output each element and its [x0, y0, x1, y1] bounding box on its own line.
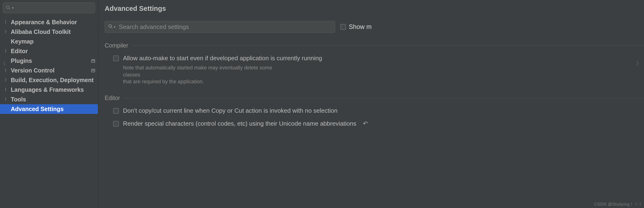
sidebar-item-plugins[interactable]: Plugins — [0, 56, 98, 66]
sidebar-item-label: Appearance & Behavior — [11, 19, 95, 26]
chevron-down-icon: ▾ — [12, 6, 14, 10]
sidebar-item-label: Tools — [11, 96, 95, 103]
sidebar-search-field[interactable]: ▾ — [3, 2, 95, 13]
checkbox-dont-copy-cut[interactable] — [113, 108, 119, 114]
chevron-right-icon[interactable]: 〉 — [5, 29, 11, 34]
sidebar-item-editor[interactable]: 〉Editor — [0, 46, 98, 56]
sidebar-item-label: Plugins — [11, 57, 90, 64]
option-label: Don't copy/cut current line when Copy or… — [123, 107, 338, 114]
sidebar-item-label: Build, Execution, Deployment — [11, 77, 95, 83]
section-title-editor: Editor — [105, 94, 120, 101]
sidebar-item-tools[interactable]: 〉Tools — [0, 94, 98, 104]
project-settings-icon — [91, 59, 95, 63]
option-allow-auto-make[interactable]: Allow auto-make to start even if develop… — [105, 55, 644, 62]
watermark: CSDN @Studying！！！ — [594, 201, 642, 207]
sidebar-item-build-execution-deployment[interactable]: 〉Build, Execution, Deployment — [0, 75, 98, 85]
svg-line-1 — [9, 8, 10, 9]
svg-point-0 — [6, 6, 10, 9]
section-compiler: Compiler Allow auto-make to start even i… — [105, 42, 644, 85]
checkbox-render-special-chars[interactable] — [113, 121, 119, 127]
sidebar-item-advanced-settings[interactable]: Advanced Settings — [0, 104, 98, 114]
svg-line-3 — [111, 27, 112, 28]
option-dont-copy-cut[interactable]: Don't copy/cut current line when Copy or… — [105, 107, 644, 114]
project-settings-icon — [91, 69, 95, 72]
checkbox-allow-auto-make[interactable] — [113, 56, 119, 61]
sidebar-item-label: Alibaba Cloud Toolkit — [11, 29, 95, 35]
advanced-settings-search[interactable]: ▾ — [105, 21, 335, 33]
sidebar-item-label: Advanced Settings — [11, 106, 95, 113]
settings-sidebar: 〈 ▾ 〉Appearance & Behavior〉Alibaba Cloud… — [0, 0, 98, 208]
search-icon — [6, 5, 10, 11]
chevron-right-icon[interactable]: 〉 — [5, 20, 11, 25]
chevron-down-icon: ▾ — [114, 25, 116, 29]
chevron-right-icon[interactable]: 〉 — [5, 78, 11, 83]
option-label: Render special characters (control codes… — [123, 120, 356, 127]
chevron-right-icon[interactable]: 〉 — [5, 87, 11, 92]
back-icon[interactable]: 〈 — [0, 60, 6, 67]
sidebar-item-version-control[interactable]: 〉Version Control — [0, 66, 98, 75]
svg-point-2 — [109, 25, 112, 27]
sidebar-item-label: Version Control — [11, 67, 90, 74]
sidebar-item-label: Keymap — [11, 38, 95, 45]
sidebar-item-label: Editor — [11, 48, 95, 55]
divider — [132, 45, 644, 46]
sidebar-item-languages-frameworks[interactable]: 〉Languages & Frameworks — [0, 85, 98, 94]
option-label: Allow auto-make to start even if develop… — [123, 55, 322, 62]
option-note: Note that automatically started make may… — [123, 64, 287, 85]
show-modified-checkbox[interactable] — [340, 24, 346, 30]
forward-icon[interactable]: 〉 — [636, 60, 642, 67]
page-title: Advanced Settings — [105, 5, 644, 13]
search-icon — [108, 24, 113, 30]
section-title-compiler: Compiler — [105, 42, 128, 49]
chevron-right-icon[interactable]: 〉 — [5, 97, 11, 102]
chevron-right-icon[interactable]: 〉 — [5, 68, 11, 73]
section-editor: Editor Don't copy/cut current line when … — [105, 94, 644, 127]
sidebar-item-alibaba-cloud-toolkit[interactable]: 〉Alibaba Cloud Toolkit — [0, 27, 98, 37]
advanced-settings-search-input[interactable] — [119, 23, 332, 31]
sidebar-item-appearance-behavior[interactable]: 〉Appearance & Behavior — [0, 17, 98, 27]
show-modified-label: Show m — [349, 23, 372, 31]
divider — [123, 98, 644, 98]
settings-main: Advanced Settings ▾ Show m 〉 Compiler — [98, 0, 644, 208]
sidebar-item-keymap[interactable]: Keymap — [0, 37, 98, 46]
option-render-special-chars[interactable]: Render special characters (control codes… — [105, 120, 644, 127]
reset-icon[interactable]: ↶ — [363, 120, 368, 127]
sidebar-item-label: Languages & Frameworks — [11, 86, 95, 93]
chevron-right-icon[interactable]: 〉 — [5, 49, 11, 54]
settings-tree: 〉Appearance & Behavior〉Alibaba Cloud Too… — [0, 17, 98, 114]
